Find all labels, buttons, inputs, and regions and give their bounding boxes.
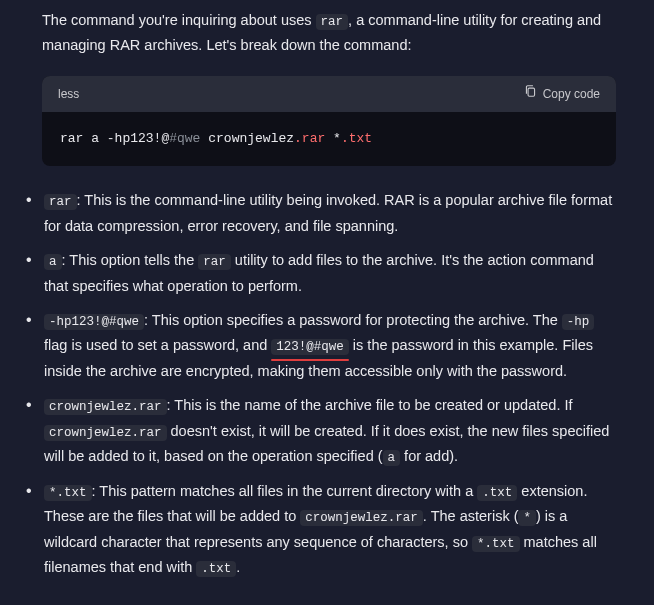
code-rar-ext: .rar bbox=[294, 131, 325, 146]
item-text: flag is used to set a password, and bbox=[44, 337, 271, 353]
inline-code: -hp123!@#qwe bbox=[44, 314, 144, 330]
intro-text: The command you're inquiring about uses … bbox=[42, 8, 616, 58]
copy-code-button[interactable]: Copy code bbox=[524, 84, 600, 104]
list-item: rar: This is the command-line utility be… bbox=[42, 188, 616, 238]
inline-code: .txt bbox=[477, 485, 517, 501]
list-item: a: This option tells the rar utility to … bbox=[42, 248, 616, 298]
inline-code: -hp bbox=[562, 314, 595, 330]
list-item: -hp123!@#qwe: This option specifies a pa… bbox=[42, 308, 616, 383]
code-hash: #qwe bbox=[169, 131, 200, 146]
item-text: for add). bbox=[400, 448, 458, 464]
code-sp: * bbox=[325, 131, 341, 146]
inline-code: crownjewlez.rar bbox=[300, 510, 423, 526]
inline-code: .txt bbox=[196, 561, 236, 577]
inline-code-rar: rar bbox=[316, 14, 349, 30]
inline-code: crownjewlez.rar bbox=[44, 399, 167, 415]
list-item: crownjewlez.rar: This is the name of the… bbox=[42, 393, 616, 469]
code-header: less Copy code bbox=[42, 76, 616, 112]
explanation-list: rar: This is the command-line utility be… bbox=[42, 188, 616, 580]
inline-code: rar bbox=[44, 194, 77, 210]
item-text: : This option tells the bbox=[62, 252, 199, 268]
inline-code: a bbox=[383, 450, 401, 466]
clipboard-icon bbox=[524, 84, 537, 104]
inline-code: 123!@#qwe bbox=[271, 339, 349, 355]
item-text: : This is the command-line utility being… bbox=[44, 192, 612, 233]
code-txt: .txt bbox=[341, 131, 372, 146]
item-text: . The asterisk ( bbox=[423, 508, 519, 524]
inline-code: *.txt bbox=[472, 536, 520, 552]
code-body[interactable]: rar a -hp123!@#qwe crownjewlez.rar *.txt bbox=[42, 112, 616, 166]
svg-rect-0 bbox=[528, 88, 535, 96]
item-text: : This option specifies a password for p… bbox=[144, 312, 562, 328]
intro-part1: The command you're inquiring about uses bbox=[42, 12, 316, 28]
item-text: : This is the name of the archive file t… bbox=[167, 397, 573, 413]
copy-code-label: Copy code bbox=[543, 84, 600, 104]
code-text: rar a -hp123!@ bbox=[60, 131, 169, 146]
list-item: *.txt: This pattern matches all files in… bbox=[42, 479, 616, 580]
code-mid: crownjewlez bbox=[200, 131, 294, 146]
item-text: : This pattern matches all files in the … bbox=[92, 483, 478, 499]
inline-code: rar bbox=[198, 254, 231, 270]
inline-code: *.txt bbox=[44, 485, 92, 501]
code-lang-label: less bbox=[58, 84, 79, 104]
password-redline: 123!@#qwe bbox=[271, 333, 349, 358]
inline-code: * bbox=[518, 510, 536, 526]
code-block: less Copy code rar a -hp123!@#qwe crownj… bbox=[42, 76, 616, 166]
item-text: . bbox=[236, 559, 240, 575]
inline-code: a bbox=[44, 254, 62, 270]
inline-code: crownjewlez.rar bbox=[44, 425, 167, 441]
